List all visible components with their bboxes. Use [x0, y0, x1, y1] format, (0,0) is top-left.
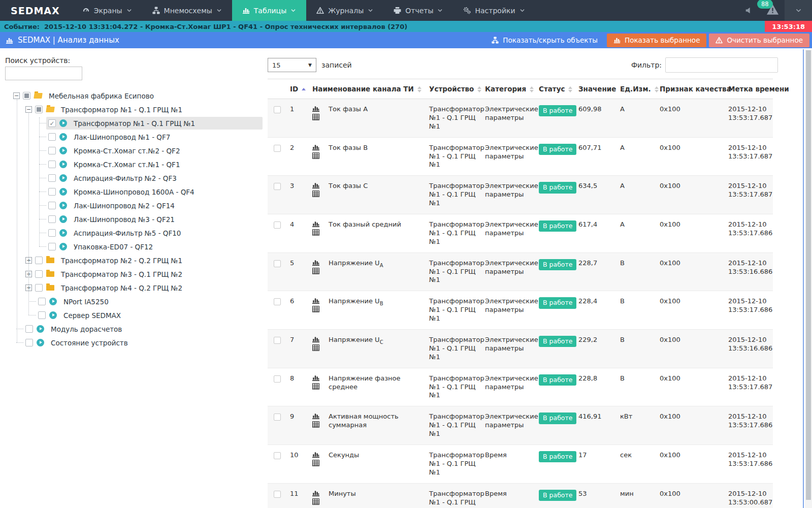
row-table-icon[interactable]: [312, 190, 320, 197]
tree-node-label[interactable]: Кромка-Ст.Хомаг ст.№1 - QF1: [71, 160, 182, 170]
row-checkbox[interactable]: [274, 145, 281, 152]
tree-node[interactable]: Лак-Шинопровод №2 - QF14: [5, 199, 268, 212]
tree-node-label[interactable]: Упаковка-ED07 - QF12: [71, 242, 155, 252]
tree-checkbox[interactable]: [48, 243, 56, 250]
row-table-icon[interactable]: [312, 306, 320, 312]
column-header[interactable]: ID: [286, 79, 308, 99]
tree-node-label[interactable]: Кромка-Ст.Хомаг ст.№2 - QF2: [71, 146, 182, 156]
tree-toggle-minus[interactable]: −: [13, 92, 20, 99]
tree-checkbox[interactable]: [35, 257, 43, 264]
row-table-icon[interactable]: [312, 114, 320, 120]
tree-node[interactable]: Аспирация-Фильтр №2 - QF3: [5, 171, 268, 185]
column-header[interactable]: Категория: [481, 79, 535, 99]
row-chart-icon[interactable]: [312, 144, 320, 150]
row-table-icon[interactable]: [312, 344, 320, 351]
row-chart-icon[interactable]: [312, 490, 320, 496]
tree-node-label[interactable]: Трансформатор №4 - Q.2 ГРЩ №2: [58, 283, 185, 293]
row-table-icon[interactable]: [312, 383, 320, 390]
row-checkbox[interactable]: [274, 491, 281, 498]
tree-node-label[interactable]: Модуль дорасчетов: [48, 324, 124, 334]
tree-checkbox[interactable]: [48, 229, 56, 237]
tree-node-label[interactable]: Кромка-Шинопровод 1600А - QF4: [71, 187, 197, 197]
tree-node-label[interactable]: Состояние устройств: [48, 338, 131, 348]
vertical-scrollbar[interactable]: [805, 49, 812, 508]
tree-node-label[interactable]: Аспирация-Фильтр №2 - QF3: [71, 173, 179, 183]
tree-checkbox[interactable]: [48, 147, 56, 154]
column-header[interactable]: Признак качества: [656, 79, 724, 99]
row-table-icon[interactable]: [312, 268, 320, 274]
tree-node[interactable]: Сервер SEDMAX: [5, 308, 268, 322]
tree-node[interactable]: − Мебельная фабрика Есипово: [5, 89, 268, 103]
row-table-icon[interactable]: [312, 498, 320, 505]
column-header[interactable]: Статус: [535, 79, 574, 99]
tree-node[interactable]: − Трансформатор №1 - Q.1 ГРЩ №1: [5, 103, 268, 116]
tree-node[interactable]: + Трансформатор №2 - Q.2 ГРЩ №1: [5, 253, 268, 267]
row-chart-icon[interactable]: [312, 297, 320, 304]
tree-node-label[interactable]: Лак-Шинопровод №3 - QF21: [71, 214, 177, 225]
scrollbar-thumb[interactable]: [806, 50, 811, 500]
row-chart-icon[interactable]: [312, 451, 320, 458]
tree-node[interactable]: Кромка-Ст.Хомаг ст.№1 - QF1: [5, 157, 268, 171]
column-header[interactable]: Метка времени: [724, 79, 773, 99]
row-chart-icon[interactable]: [312, 259, 320, 266]
tree-checkbox[interactable]: [35, 284, 43, 292]
tree-checkbox[interactable]: [48, 161, 56, 168]
app-logo[interactable]: SEDMAX: [0, 0, 72, 21]
tree-checkbox[interactable]: [48, 133, 56, 141]
row-checkbox[interactable]: [274, 106, 281, 113]
nav-item-таблицы[interactable]: Таблицы: [232, 0, 306, 21]
tree-node-label[interactable]: Лак-Шинопровод №1 - QF7: [71, 132, 173, 142]
tree-checkbox[interactable]: [35, 106, 43, 113]
tree-node[interactable]: + Трансформатор №3 - Q.1 ГРЩ №2: [5, 267, 268, 281]
tree-checkbox[interactable]: [25, 325, 33, 333]
column-header[interactable]: Устройство: [425, 79, 481, 99]
tree-checkbox[interactable]: [48, 188, 56, 196]
tree-node[interactable]: Состояние устройств: [5, 336, 268, 350]
nav-item-мнемосхемы[interactable]: Мнемосхемы: [142, 0, 232, 21]
row-table-icon[interactable]: [312, 229, 320, 236]
tree-node-label[interactable]: NPort IA5250: [61, 297, 111, 307]
column-header[interactable]: Наименование канала ТИ: [308, 79, 425, 99]
tree-node[interactable]: Упаковка-ED07 - QF12: [5, 240, 268, 253]
tree-node-label[interactable]: Сервер SEDMAX: [61, 310, 123, 321]
device-search-input[interactable]: [5, 67, 82, 80]
tree-checkbox[interactable]: [38, 298, 46, 305]
row-chart-icon[interactable]: [312, 220, 320, 227]
row-checkbox[interactable]: [274, 260, 281, 267]
row-checkbox[interactable]: [274, 183, 281, 190]
row-chart-icon[interactable]: [312, 374, 320, 381]
tree-node-label[interactable]: Трансформатор №1 - Q.1 ГРЩ №1: [71, 118, 198, 129]
row-table-icon[interactable]: [312, 152, 320, 159]
tree-node[interactable]: Кромка-Ст.Хомаг ст.№2 - QF2: [5, 144, 268, 157]
row-checkbox[interactable]: [274, 337, 281, 344]
tree-node[interactable]: Кромка-Шинопровод 1600А - QF4: [5, 185, 268, 199]
header-button-2[interactable]: Очистить выбранное: [709, 34, 809, 47]
tree-checkbox[interactable]: [48, 202, 56, 209]
row-checkbox[interactable]: [274, 298, 281, 305]
tree-checkbox[interactable]: [48, 215, 56, 223]
tree-node-label[interactable]: Лак-Шинопровод №2 - QF14: [71, 201, 177, 211]
tree-node[interactable]: Трансформатор №1 - Q.1 ГРЩ №1: [5, 116, 268, 130]
nav-item-экраны[interactable]: Экраны: [72, 0, 142, 21]
row-chart-icon[interactable]: [312, 182, 320, 188]
tree-node-label[interactable]: Аспирация-Фильтр №5 - QF10: [71, 228, 183, 238]
tree-checkbox[interactable]: [23, 92, 30, 100]
row-chart-icon[interactable]: [312, 336, 320, 342]
user-menu-dropdown[interactable]: [785, 0, 812, 21]
header-button-0[interactable]: Показать/скрыть объекты: [485, 34, 604, 47]
column-header[interactable]: Значение: [574, 79, 616, 99]
nav-item-настройки[interactable]: Настройки: [453, 0, 535, 21]
column-header[interactable]: Ед.Изм.: [616, 79, 656, 99]
speaker-muted-icon[interactable]: [744, 6, 753, 15]
tree-node[interactable]: Аспирация-Фильтр №5 - QF10: [5, 226, 268, 240]
row-checkbox[interactable]: [274, 452, 281, 459]
alarms-indicator[interactable]: 88: [766, 3, 779, 18]
row-checkbox[interactable]: [274, 375, 281, 383]
tree-node[interactable]: Лак-Шинопровод №1 - QF7: [5, 130, 268, 144]
nav-item-журналы[interactable]: Журналы: [306, 0, 383, 21]
tree-node[interactable]: Лак-Шинопровод №3 - QF21: [5, 212, 268, 226]
tree-node-label[interactable]: Трансформатор №3 - Q.1 ГРЩ №2: [58, 269, 185, 279]
tree-toggle-minus[interactable]: −: [25, 106, 32, 113]
tree-node[interactable]: + Трансформатор №4 - Q.2 ГРЩ №2: [5, 281, 268, 295]
row-checkbox[interactable]: [274, 414, 281, 421]
